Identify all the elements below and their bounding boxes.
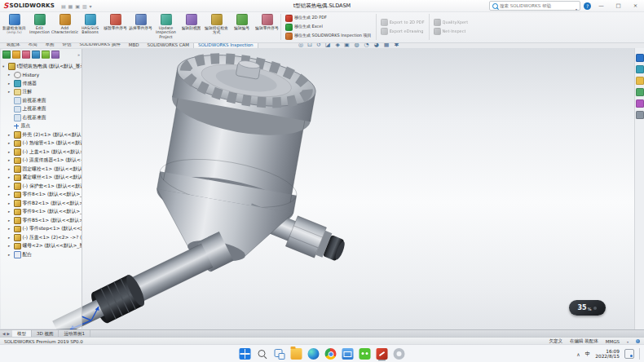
tree-item[interactable]: ▸ (-) 保护套<1> (默认<<默认>_显 xyxy=(1,182,82,191)
model-3d[interactable] xyxy=(0,48,644,329)
tree-item[interactable]: ▸ (-) 温度传感器<1> (默认<<默认 xyxy=(1,157,82,166)
start-button[interactable] xyxy=(240,348,251,360)
tree-item[interactable]: ▾ t型铠装热电偶 (默认<默认_显示状态-1 xyxy=(1,62,82,71)
units-selector[interactable]: MMGS xyxy=(606,339,620,344)
chrome-button[interactable] xyxy=(325,348,337,360)
expand-arrow-icon[interactable]: ▸ xyxy=(8,167,12,171)
expand-arrow-icon[interactable]: ▸ xyxy=(8,184,12,188)
tree-item[interactable]: 前视基准面 xyxy=(1,96,82,105)
solidworks-button[interactable] xyxy=(377,348,388,360)
expand-arrow-icon[interactable]: ▸ xyxy=(8,150,12,154)
chevron-down-icon[interactable] xyxy=(576,0,577,14)
tree-item[interactable]: ▸ 传感器 xyxy=(1,79,82,88)
displaymanager-tab-icon[interactable] xyxy=(42,51,50,59)
print-icon[interactable]: ▥ xyxy=(82,3,87,9)
file-explorer-icon[interactable] xyxy=(636,77,644,85)
tree-item[interactable]: ▸ 固定螺栓<1> (默认<<默认>_显示状 xyxy=(1,165,82,174)
ribbon-button[interactable]: 选择零件序号 xyxy=(128,12,153,42)
ribbon-button[interactable]: 编辑编号 xyxy=(229,12,254,42)
expand-arrow-icon[interactable]: ▸ xyxy=(8,82,12,86)
tree-item[interactable]: ▸ (-) 热缩管<1> (默认<<默认>_显 xyxy=(1,139,82,148)
ribbon-menu-button[interactable]: Net-Inspect xyxy=(434,28,469,35)
dimxpertmanager-tab-icon[interactable] xyxy=(32,51,40,59)
tree-item[interactable]: ▸ (-) 压盖<1> (2)<2> ->? (默认<<默 xyxy=(1,233,82,242)
design-library-icon[interactable] xyxy=(636,65,644,73)
ribbon-button[interactable]: 编辑零件序号 xyxy=(254,12,280,42)
ime-indicator[interactable]: 中 xyxy=(585,351,591,358)
ribbon-button[interactable]: 编辑剖视图 xyxy=(179,12,204,42)
tree-item[interactable]: ▸ 紧定螺丝<1> (默认<<默认>_显 xyxy=(1,174,82,183)
tree-item[interactable]: ▸ 零件B5<1> (默认<<默认>_显 xyxy=(1,216,82,225)
chevron-down-icon[interactable] xyxy=(627,339,629,344)
view-palette-icon[interactable] xyxy=(636,88,644,96)
expand-arrow-icon[interactable]: ▸ xyxy=(8,244,12,248)
ribbon-button[interactable]: Add Characteristic xyxy=(52,12,77,42)
task-view-button[interactable] xyxy=(274,348,285,360)
options-icon[interactable]: ▾ xyxy=(90,3,92,9)
search-input[interactable] xyxy=(500,3,574,8)
tab-scroll-right-icon[interactable]: ▶ xyxy=(7,332,9,336)
ribbon-button[interactable]: 新建检查项目 (emp.fx) xyxy=(2,12,27,42)
tree-item[interactable]: ▸ 注解 xyxy=(1,88,82,97)
notification-icon[interactable] xyxy=(624,349,634,359)
tree-item[interactable]: ▸ 零件B2<1> (默认<<默认>_显 xyxy=(1,199,82,208)
close-button[interactable]: × xyxy=(629,1,642,11)
expand-arrow-icon[interactable]: ▸ xyxy=(8,236,12,240)
panel-collapse-icon[interactable]: » xyxy=(77,52,80,57)
graphics-viewport[interactable]: » ▾ t型铠装热电偶 (默认<默认_显示状态-1 ▸ History xyxy=(0,48,644,329)
tree-item[interactable]: 原点 xyxy=(1,122,82,131)
help-button[interactable]: ? xyxy=(584,2,591,10)
tree-item[interactable]: ▸ 螺母<2> (默认<<默认>_显示状 xyxy=(1,242,82,251)
ribbon-button[interactable]: HAS/SUS Balloons xyxy=(77,12,103,42)
propertymanager-tab-icon[interactable] xyxy=(12,51,20,59)
save-icon[interactable]: ▣ xyxy=(75,3,80,9)
tree-item[interactable]: ▸ 零件8<1> (默认<<默认>_显示状 xyxy=(1,191,82,200)
expand-arrow-icon[interactable]: ▸ xyxy=(8,253,12,257)
maximize-button[interactable]: □ xyxy=(611,1,625,11)
expand-arrow-icon[interactable]: ▸ xyxy=(8,175,12,179)
expand-arrow-icon[interactable]: ▸ xyxy=(8,133,12,137)
resources-icon[interactable] xyxy=(636,54,644,62)
ribbon-button[interactable]: 移除零件序号 xyxy=(103,12,128,42)
tab-scroll-left-icon[interactable]: ◀ xyxy=(2,332,5,336)
featuremanager-tab-icon[interactable] xyxy=(2,51,11,59)
open-file-icon[interactable]: ▦ xyxy=(68,3,73,9)
inspection-tab-icon[interactable] xyxy=(51,51,60,59)
ribbon-button[interactable]: Edit Inspection xyxy=(27,12,52,42)
new-file-icon[interactable]: ▤ xyxy=(61,3,66,9)
settings-button[interactable] xyxy=(394,348,405,360)
tree-item[interactable]: ▸ History xyxy=(1,71,82,80)
show-desktop-button[interactable] xyxy=(639,348,641,360)
tree-item[interactable]: 右视基准面 xyxy=(1,113,82,122)
expand-arrow-icon[interactable]: ▸ xyxy=(8,227,12,231)
expand-arrow-icon[interactable]: ▸ xyxy=(8,141,12,145)
tray-chevron-icon[interactable]: ∧ xyxy=(576,351,580,357)
custom-properties-icon[interactable] xyxy=(636,111,644,119)
tree-item[interactable]: ▸ 配合 xyxy=(1,250,82,259)
ribbon-menu-button[interactable]: 移位生成 2D PDF xyxy=(285,15,372,22)
expand-arrow-icon[interactable]: ▸ xyxy=(8,73,12,77)
minimize-button[interactable]: — xyxy=(594,1,608,11)
tree-item[interactable]: ▸ 零件9<1> (默认<<默认>_显示 xyxy=(1,208,82,217)
tree-item[interactable]: ▸ (-) 上盖<1> (默认<<默认>_显示 xyxy=(1,148,82,157)
expand-arrow-icon[interactable]: ▸ xyxy=(8,90,12,94)
search-button[interactable] xyxy=(257,348,268,360)
expand-arrow-icon[interactable]: ▾ xyxy=(2,64,7,68)
expand-arrow-icon[interactable]: ▸ xyxy=(8,192,12,196)
battery-indicator-widget[interactable]: 35 % xyxy=(569,300,606,316)
configurationmanager-tab-icon[interactable] xyxy=(22,51,30,59)
ribbon-menu-button[interactable]: Export to 2D PDF xyxy=(381,19,425,26)
tree-item[interactable]: ▸ (-) 零件step<1> (默认<<默认 xyxy=(1,225,82,234)
ribbon-menu-button[interactable]: 移位生成 SOLIDWORKS Inspection 项目 xyxy=(285,33,372,40)
help-search-box[interactable] xyxy=(489,1,580,11)
thermocouple-head[interactable] xyxy=(146,48,377,282)
taskbar-clock[interactable]: 16:09 2022/8/15 xyxy=(595,349,620,360)
mail-button[interactable] xyxy=(342,348,354,360)
ribbon-menu-button[interactable]: QualityXpert xyxy=(434,19,469,26)
expand-arrow-icon[interactable]: ▸ xyxy=(8,201,12,205)
tree-item[interactable]: ▸ 外壳 (2)<1> (默认<<默认>_显示状 xyxy=(1,130,82,139)
file-explorer-button[interactable] xyxy=(291,348,302,360)
ribbon-menu-button[interactable]: Export eDrawing xyxy=(381,28,425,35)
appearances-icon[interactable] xyxy=(636,99,644,108)
wechat-button[interactable] xyxy=(359,348,371,360)
